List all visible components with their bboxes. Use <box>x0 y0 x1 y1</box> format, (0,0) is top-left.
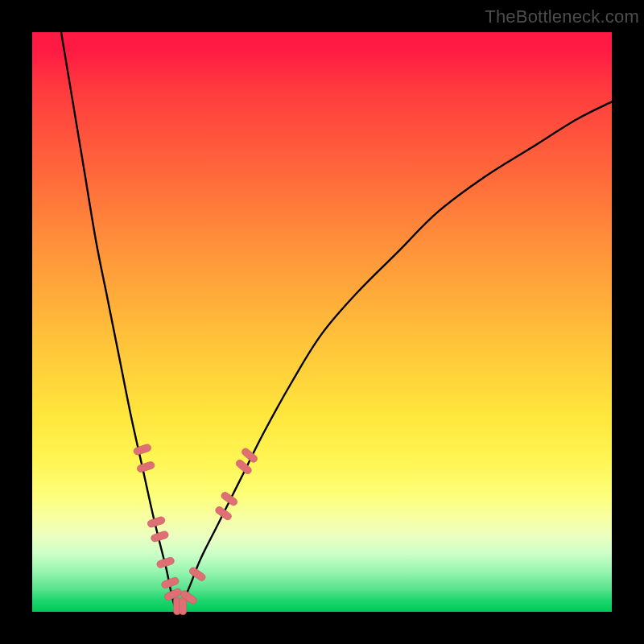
watermark-text: TheBottleneck.com <box>485 6 639 27</box>
curve-layer <box>32 32 612 612</box>
chart-frame: TheBottleneck.com <box>0 0 644 644</box>
curve-marker <box>214 506 233 522</box>
curve-marker <box>220 491 238 507</box>
curve-marker <box>136 460 155 473</box>
bottleneck-curve <box>61 32 612 613</box>
curve-marker <box>180 597 187 615</box>
curve-marker <box>133 444 152 456</box>
marker-group <box>133 444 258 615</box>
plot-area <box>32 32 612 612</box>
